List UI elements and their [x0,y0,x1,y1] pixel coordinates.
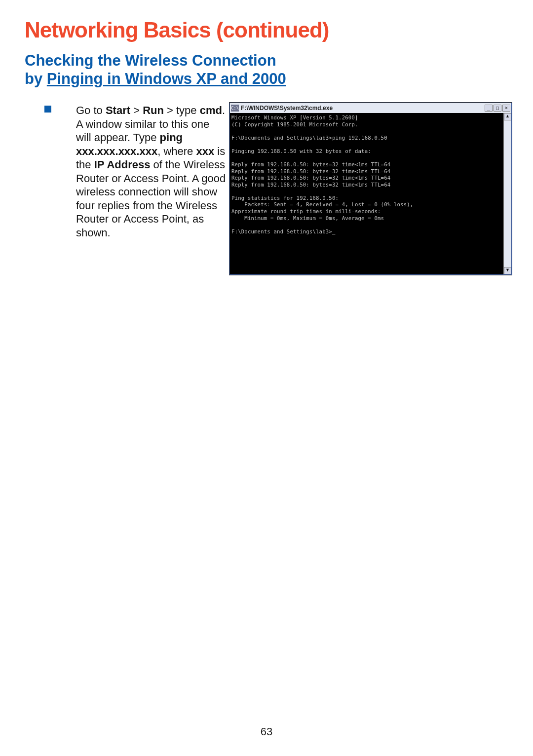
subtitle-line1: Checking the Wireless Connection [25,52,276,69]
scroll-down-button[interactable]: ▼ [504,267,511,274]
cmd-window-title: F:\WINDOWS\System32\cmd.exe [241,105,485,112]
maximize-button[interactable]: □ [494,105,501,112]
txt-bold: IP Address [94,158,151,171]
body-row: Go to Start > Run > type cmd. A window s… [44,103,508,275]
minimize-button[interactable]: _ [485,105,493,112]
cmd-titlebar[interactable]: C:\ F:\WINDOWS\System32\cmd.exe _ □ × [230,103,511,113]
cmd-window: C:\ F:\WINDOWS\System32\cmd.exe _ □ × Mi… [229,103,512,275]
scrollbar[interactable]: ▲ ▼ [503,113,511,274]
subtitle-line2-prefix: by [25,70,47,87]
page-title: Networking Basics (continued) [25,18,508,42]
cmd-app-icon: C:\ [231,105,239,112]
bullet-square-icon [44,106,51,113]
txt-bold: xxx [196,145,214,157]
cmd-body-wrap: Microsoft Windows XP [Version 5.1.2600] … [230,113,511,274]
section-subtitle: Checking the Wireless Connection by Ping… [25,51,508,88]
close-button[interactable]: × [502,105,510,112]
txt: > [130,104,143,116]
txt-bold: cmd [200,104,222,116]
page-number: 63 [0,725,533,738]
cmd-output: Microsoft Windows XP [Version 5.1.2600] … [230,113,503,274]
window-buttons: _ □ × [485,105,510,112]
scroll-track[interactable] [504,120,511,267]
page: Networking Basics (continued) Checking t… [0,0,533,756]
txt: , where [157,145,196,157]
txt: > [164,104,176,116]
instruction-text: Go to Start > Run > type cmd. A window s… [76,104,227,239]
scroll-up-button[interactable]: ▲ [504,113,511,120]
txt-bold: Run [143,104,164,116]
txt: Go to [76,104,106,116]
txt-bold: Start [106,104,130,116]
txt: type [176,104,200,116]
subtitle-line2-underlined: Pinging in Windows XP and 2000 [47,70,286,87]
